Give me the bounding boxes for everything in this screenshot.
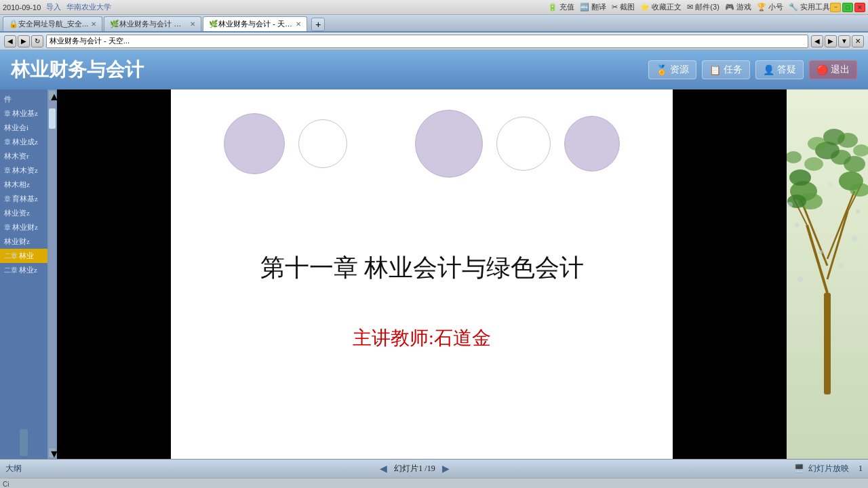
charge-btn[interactable]: 🔋 充值: [548, 2, 574, 12]
refresh-button[interactable]: ↻: [31, 35, 43, 47]
svg-point-17: [853, 144, 868, 157]
slide-navigation: ◀ 幻灯片1 /19 ▶: [35, 463, 794, 474]
sidebar-item-9[interactable]: 章 林业财z: [0, 220, 47, 235]
svg-point-27: [856, 209, 860, 214]
scroll-up-btn[interactable]: ▲: [49, 91, 56, 100]
circle-4: [496, 117, 551, 171]
sidebar-scrollbar[interactable]: ▲ ▼: [47, 89, 57, 459]
tab-2[interactable]: 🌿 林业财务与会计 精... ✕: [104, 16, 201, 31]
back-button[interactable]: ◀: [4, 35, 16, 47]
sidebar-item-12[interactable]: 二章 林业z: [0, 263, 47, 277]
tasks-icon: 📋: [709, 64, 721, 76]
top-toolbar-links: 🔋 充值 🔤 翻译 ✂ 截图 ⭐ 收藏正文 ✉ 邮件(3) 🎮 游戏 🏆 小号 …: [548, 0, 830, 15]
circle-1: [224, 113, 285, 174]
nav-arrows: ◀ ▶ ↻: [4, 35, 43, 47]
sidebar-item-1[interactable]: 章 林业基z: [0, 106, 47, 121]
svg-point-12: [789, 169, 811, 186]
outline-section: 大纲: [5, 463, 22, 474]
sidebar-item-8[interactable]: 林业资z: [0, 206, 47, 220]
sidebar-item-label-4: 林木资r: [4, 151, 29, 161]
titlebar-left: 2010-09-10 导入 华南农业大学: [3, 2, 548, 12]
sidebar-item-label-2: 林业会i: [4, 123, 28, 133]
qa-button[interactable]: 👤 答疑: [755, 60, 804, 79]
svg-line-4: [827, 191, 854, 259]
sidebar-item-0[interactable]: 件: [0, 92, 47, 106]
maximize-button[interactable]: □: [842, 3, 853, 12]
sidebar-item-6[interactable]: 林木相z: [0, 178, 47, 192]
exit-label: 退出: [831, 64, 850, 76]
slideshow-label[interactable]: 幻灯片放映: [808, 463, 849, 474]
right-decoration: [787, 89, 868, 459]
sidebar-item-label-12: 林业z: [19, 265, 37, 275]
app-body: 件 章 林业基z 林业会i 章 林业成z 林木资r 章 林木资z 林木相z: [0, 89, 868, 459]
translate-btn[interactable]: 🔤 翻译: [580, 2, 606, 12]
slide-info: 幻灯片1 /19: [394, 463, 435, 474]
sidebar-items: 件 章 林业基z 林业会i 章 林业成z 林木资r 章 林木资z 林木相z: [0, 89, 47, 426]
slide-circles: [171, 110, 673, 178]
address-input[interactable]: [46, 35, 808, 48]
sidebar-item-label-3: 林业成z: [12, 137, 38, 147]
resources-button[interactable]: 🏅 资源: [648, 60, 696, 79]
tab-1-close[interactable]: ✕: [91, 20, 96, 28]
sidebar-item-label-5: 林木资z: [12, 165, 38, 176]
circle-2: [298, 119, 347, 168]
tab-1[interactable]: 🔒 安全网址导航_安全... ✕: [3, 16, 102, 31]
close-button[interactable]: ✕: [854, 3, 865, 12]
sidebar-item-label-0: 件: [4, 94, 12, 104]
sidebar-item-label-7: 育林基z: [12, 194, 38, 204]
exit-button[interactable]: 🔴 退出: [809, 60, 857, 79]
address-bar: ◀ ▶ ↻ ◀ ▶ ▼ ✕: [0, 33, 868, 50]
tab-3-close[interactable]: ✕: [296, 20, 301, 28]
tab-3[interactable]: 🌿 林业财务与会计 - 天空... ✕: [203, 16, 307, 31]
minimize-button[interactable]: －: [830, 3, 841, 12]
sidebar-item-5[interactable]: 章 林木资z: [0, 163, 47, 178]
slide-number-display: 1: [859, 464, 863, 474]
status-bar: Ci: [0, 478, 868, 488]
sidebar-bottom: [0, 426, 47, 459]
favorites-btn[interactable]: ⭐ 收藏正文: [640, 2, 682, 12]
close-nav[interactable]: ✕: [852, 35, 864, 47]
university-text: 华南农业大学: [66, 2, 111, 12]
next-nav[interactable]: ▶: [825, 35, 837, 47]
prev-slide-button[interactable]: ◀: [378, 464, 389, 474]
svg-line-2: [827, 211, 848, 279]
forward-button[interactable]: ▶: [18, 35, 30, 47]
qa-label: 答疑: [777, 64, 796, 76]
slide-subtitle: 主讲教师:石道金: [353, 325, 491, 351]
nav-import[interactable]: 导入: [46, 2, 61, 12]
scroll-thumb[interactable]: [49, 108, 56, 129]
scroll-down-btn[interactable]: ▼: [49, 448, 56, 458]
resources-label: 资源: [670, 64, 689, 76]
bottom-bar: 大纲 ◀ 幻灯片1 /19 ▶ 🖥️ 幻灯片放映 1: [0, 459, 868, 478]
sidebar-item-10[interactable]: 林业财z: [0, 235, 47, 249]
sidebar: 件 章 林业基z 林业会i 章 林业成z 林木资r 章 林木资z 林木相z: [0, 89, 47, 459]
new-tab-button[interactable]: +: [311, 18, 325, 31]
svg-point-23: [852, 236, 857, 241]
sidebar-item-11[interactable]: 二章 林业: [0, 249, 47, 263]
tasks-button[interactable]: 📋 任务: [702, 60, 750, 79]
tools-btn[interactable]: 🔧 实用工具: [789, 2, 830, 12]
sidebar-item-2[interactable]: 林业会i: [0, 121, 47, 135]
tab-2-close[interactable]: ✕: [190, 20, 195, 28]
prev-nav[interactable]: ◀: [811, 35, 823, 47]
sidebar-scroll[interactable]: [20, 429, 28, 456]
tree-svg: [787, 89, 868, 442]
svg-point-14: [804, 157, 823, 171]
sidebar-item-3[interactable]: 章 林业成z: [0, 135, 47, 149]
svg-point-22: [795, 223, 799, 227]
next-slide-button[interactable]: ▶: [441, 464, 452, 474]
sidebar-item-4[interactable]: 林木资r: [0, 149, 47, 163]
sidebar-item-7[interactable]: 章 育林基z: [0, 192, 47, 206]
svg-point-28: [787, 202, 793, 207]
sidebar-item-label-11: 林业: [19, 251, 34, 261]
email-btn[interactable]: ✉ 邮件(3): [687, 2, 719, 12]
svg-point-29: [829, 182, 833, 186]
outline-label[interactable]: 大纲: [5, 464, 22, 473]
sidebar-item-label-9: 林业财z: [12, 222, 38, 232]
games-btn[interactable]: 🎮 游戏: [725, 2, 751, 12]
screenshot-btn[interactable]: ✂ 截图: [612, 2, 635, 12]
svg-point-20: [808, 137, 827, 150]
small-btn[interactable]: 🏆 小号: [757, 2, 783, 12]
window-controls[interactable]: － □ ✕: [830, 3, 865, 12]
down-nav[interactable]: ▼: [838, 35, 850, 47]
